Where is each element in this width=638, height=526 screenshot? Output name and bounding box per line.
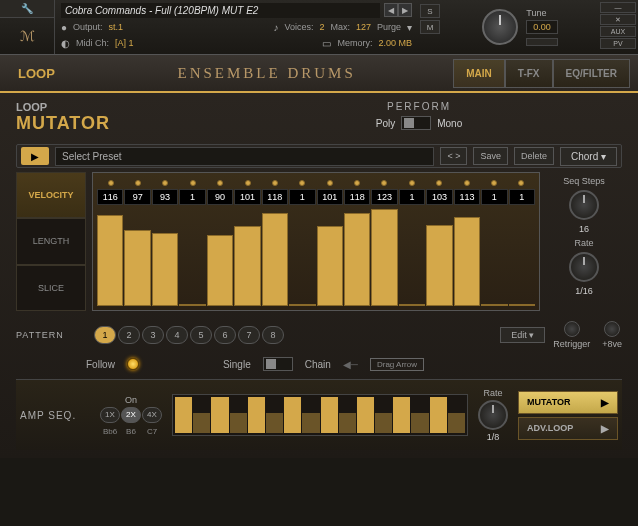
step-dot[interactable]	[398, 177, 425, 189]
step-dot[interactable]	[207, 177, 234, 189]
amp-bar[interactable]	[211, 397, 228, 433]
amp-bar[interactable]	[393, 397, 410, 433]
step-dot[interactable]	[179, 177, 206, 189]
velocity-bar[interactable]	[207, 235, 233, 306]
nav-mutator[interactable]: MUTATOR▶	[518, 391, 618, 414]
step-value[interactable]: 1	[289, 189, 315, 205]
step-dot[interactable]	[124, 177, 151, 189]
step-dot[interactable]	[453, 177, 480, 189]
step-value[interactable]: 118	[344, 189, 370, 205]
pattern-button[interactable]: 2	[118, 326, 140, 344]
step-dot[interactable]	[343, 177, 370, 189]
velocity-bar[interactable]	[317, 226, 343, 306]
step-value[interactable]: 118	[262, 189, 288, 205]
step-dot[interactable]	[261, 177, 288, 189]
tune-value[interactable]: 0.00	[526, 20, 558, 34]
step-value[interactable]: 1	[481, 189, 507, 205]
step-value[interactable]: 90	[207, 189, 233, 205]
prev-instrument-button[interactable]: ◀	[384, 3, 398, 17]
close-icon[interactable]: ✕	[600, 14, 636, 25]
seq-tab-slice[interactable]: SLICE	[16, 265, 86, 311]
pv-button[interactable]: PV	[600, 38, 636, 49]
step-dot[interactable]	[289, 177, 316, 189]
mute-button[interactable]: M	[420, 20, 440, 34]
velocity-bar[interactable]	[124, 230, 150, 306]
amp-bar[interactable]	[193, 413, 210, 433]
tab-eqfilter[interactable]: EQ/FILTER	[553, 59, 630, 88]
step-dot[interactable]	[234, 177, 261, 189]
chord-dropdown[interactable]: Chord ▾	[560, 147, 617, 166]
step-value[interactable]: 103	[426, 189, 452, 205]
velocity-bar[interactable]	[179, 304, 205, 306]
pattern-button[interactable]: 8	[262, 326, 284, 344]
velocity-bar[interactable]	[509, 304, 535, 306]
seq-tab-length[interactable]: LENGTH	[16, 218, 86, 264]
tab-main[interactable]: MAIN	[453, 59, 505, 88]
edit-dropdown[interactable]: Edit ▾	[500, 327, 545, 343]
next-instrument-button[interactable]: ▶	[398, 3, 412, 17]
amp-bar[interactable]	[430, 397, 447, 433]
pattern-button[interactable]: 5	[190, 326, 212, 344]
pattern-button[interactable]: 6	[214, 326, 236, 344]
step-value[interactable]: 116	[97, 189, 123, 205]
octave-knob[interactable]	[604, 321, 620, 337]
velocity-bar[interactable]	[371, 209, 397, 306]
velocity-bar[interactable]	[399, 304, 425, 306]
amp-bar[interactable]	[321, 397, 338, 433]
nav-advloop[interactable]: ADV.LOOP▶	[518, 417, 618, 440]
pattern-button[interactable]: 4	[166, 326, 188, 344]
step-value[interactable]: 1	[179, 189, 205, 205]
preset-nav[interactable]: < >	[440, 147, 467, 165]
output-value[interactable]: st.1	[109, 22, 124, 32]
pattern-button[interactable]: 7	[238, 326, 260, 344]
step-value[interactable]: 1	[509, 189, 535, 205]
step-value[interactable]: 97	[124, 189, 150, 205]
amp-mult-button[interactable]: 4X	[142, 407, 162, 423]
step-dot[interactable]	[480, 177, 507, 189]
step-dot[interactable]	[371, 177, 398, 189]
amp-bar[interactable]	[302, 413, 319, 433]
step-dot[interactable]	[426, 177, 453, 189]
amp-bar[interactable]	[339, 413, 356, 433]
pattern-button[interactable]: 3	[142, 326, 164, 344]
amp-mult-button[interactable]: 1X	[100, 407, 120, 423]
follow-led[interactable]	[127, 358, 139, 370]
purge-label[interactable]: Purge	[377, 22, 401, 32]
velocity-bar[interactable]	[481, 304, 507, 306]
amp-bar[interactable]	[448, 413, 465, 433]
step-value[interactable]: 113	[454, 189, 480, 205]
amp-bar[interactable]	[175, 397, 192, 433]
velocity-bar[interactable]	[262, 213, 288, 306]
solo-button[interactable]: S	[420, 4, 440, 18]
max-value[interactable]: 127	[356, 22, 371, 32]
single-chain-switch[interactable]	[263, 357, 293, 371]
poly-mono-switch[interactable]	[401, 116, 431, 130]
amp-bar[interactable]	[375, 413, 392, 433]
step-value[interactable]: 101	[317, 189, 343, 205]
step-dot[interactable]	[508, 177, 535, 189]
step-value[interactable]: 93	[152, 189, 178, 205]
retrigger-knob[interactable]	[564, 321, 580, 337]
purge-dropdown-icon[interactable]: ▾	[407, 22, 412, 33]
velocity-bar[interactable]	[289, 304, 315, 306]
pan-slider[interactable]	[526, 38, 558, 46]
preset-select[interactable]: Select Preset	[55, 147, 434, 166]
delete-button[interactable]: Delete	[514, 147, 554, 165]
aux-button[interactable]: AUX	[600, 26, 636, 37]
velocity-bar[interactable]	[234, 226, 260, 306]
instrument-title[interactable]: Cobra Commands - Full (120BPM) MUT E2	[61, 3, 380, 18]
play-button[interactable]: ▶	[21, 147, 49, 165]
minimize-icon[interactable]: —	[600, 2, 636, 13]
amp-bar[interactable]	[284, 397, 301, 433]
wrench-icon[interactable]: 🔧	[0, 0, 54, 18]
step-dot[interactable]	[152, 177, 179, 189]
step-dot[interactable]	[316, 177, 343, 189]
amp-bar[interactable]	[230, 413, 247, 433]
amp-bar[interactable]	[411, 413, 428, 433]
midi-value[interactable]: [A] 1	[115, 38, 134, 48]
velocity-bar[interactable]	[344, 213, 370, 306]
step-dot[interactable]	[97, 177, 124, 189]
pattern-button[interactable]: 1	[94, 326, 116, 344]
seq-tab-velocity[interactable]: VELOCITY	[16, 172, 86, 218]
velocity-bar[interactable]	[152, 233, 178, 306]
